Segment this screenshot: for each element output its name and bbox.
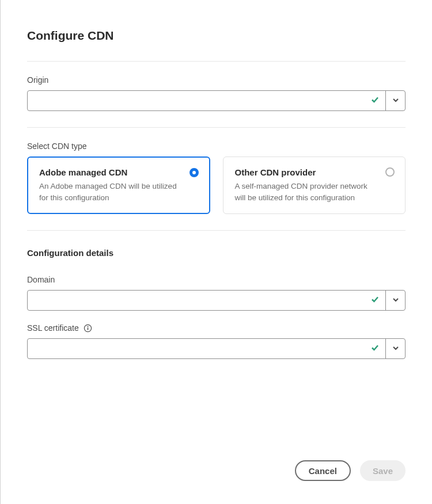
radio-unselected-icon	[385, 167, 395, 177]
origin-select-caret[interactable]	[385, 91, 405, 110]
check-icon	[370, 343, 380, 354]
radio-selected-icon	[190, 168, 199, 177]
cdn-option-description: An Adobe managed CDN will be utilized fo…	[39, 181, 181, 203]
domain-label: Domain	[27, 275, 406, 284]
cdn-type-options: Adobe managed CDN An Adobe managed CDN w…	[27, 156, 406, 214]
domain-select-caret[interactable]	[385, 291, 405, 310]
cdn-option-title: Adobe managed CDN	[39, 167, 181, 177]
ssl-section: SSL certificate	[27, 323, 406, 359]
ssl-select-caret[interactable]	[385, 339, 405, 358]
ssl-label-text: SSL certificate	[27, 323, 79, 333]
divider	[27, 127, 406, 128]
cdn-option-title: Other CDN provider	[235, 167, 377, 177]
check-icon	[370, 95, 380, 106]
svg-rect-2	[88, 327, 89, 330]
chevron-down-icon	[392, 343, 399, 354]
page-title: Configure CDN	[27, 29, 406, 43]
save-button: Save	[360, 460, 406, 481]
svg-point-1	[88, 326, 89, 327]
cdn-option-description: A self-managed CDN provider network will…	[235, 181, 377, 203]
origin-select[interactable]	[27, 90, 406, 111]
origin-label: Origin	[27, 75, 406, 85]
cdn-type-section: Select CDN type Adobe managed CDN An Ado…	[27, 142, 406, 214]
cancel-button[interactable]: Cancel	[295, 460, 351, 481]
ssl-label: SSL certificate	[27, 323, 406, 333]
chevron-down-icon	[392, 295, 399, 306]
chevron-down-icon	[392, 96, 399, 106]
domain-select-body[interactable]	[28, 291, 385, 310]
cdn-type-label: Select CDN type	[27, 142, 406, 151]
ssl-select-body[interactable]	[28, 339, 385, 358]
divider	[27, 61, 406, 62]
domain-section: Domain	[27, 275, 406, 311]
divider	[27, 230, 406, 231]
configure-cdn-panel: Configure CDN Origin Select CDN type Ado…	[0, 0, 432, 504]
origin-section: Origin	[27, 75, 406, 111]
cdn-option-other-provider[interactable]: Other CDN provider A self-managed CDN pr…	[223, 156, 406, 214]
config-details-heading: Configuration details	[27, 248, 406, 258]
spacer	[27, 359, 406, 449]
info-icon[interactable]	[84, 323, 93, 333]
ssl-select[interactable]	[27, 338, 406, 359]
footer-actions: Cancel Save	[27, 449, 406, 481]
origin-select-body[interactable]	[28, 91, 385, 110]
domain-select[interactable]	[27, 290, 406, 311]
cdn-option-adobe-managed[interactable]: Adobe managed CDN An Adobe managed CDN w…	[27, 156, 210, 214]
check-icon	[370, 295, 380, 306]
